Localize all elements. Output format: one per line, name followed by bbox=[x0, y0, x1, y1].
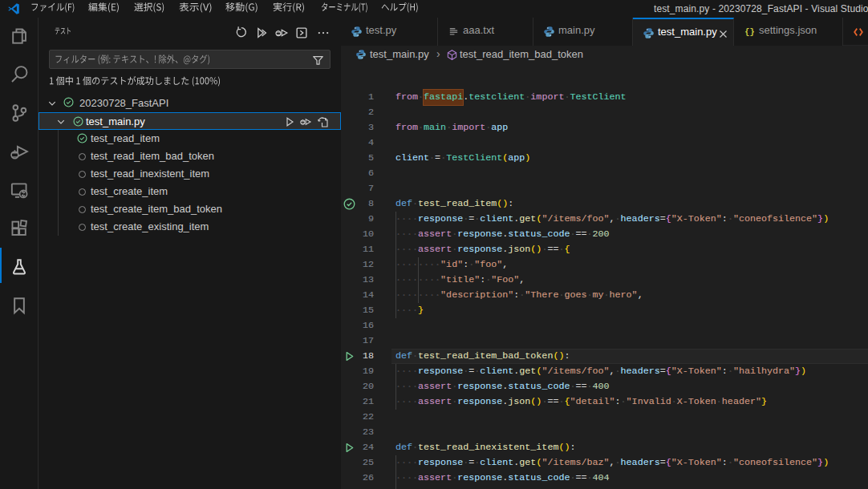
svg-text:{}: {} bbox=[744, 27, 754, 37]
